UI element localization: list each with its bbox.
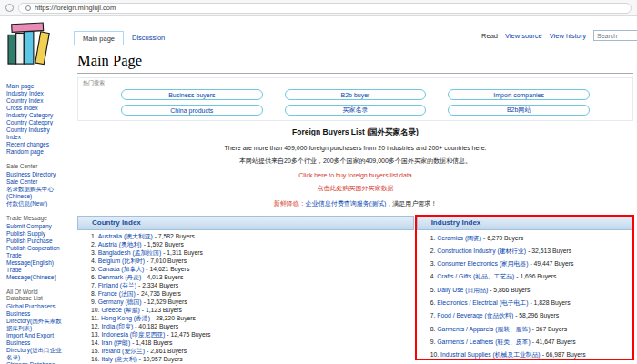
buy-data-link-en[interactable]: Click here to buy foreign buyers list da… (298, 172, 412, 178)
industry-link[interactable]: Garments / Leathers (鞋类、皮革) (437, 339, 530, 345)
tab-read[interactable]: Read (481, 32, 498, 40)
sidebar-section-title: Sale Center (6, 163, 63, 169)
quick-link-button[interactable]: B2b buyer (285, 89, 427, 100)
industry-row: 2.Construction Industry (建材行业)- 32,513 B… (430, 245, 633, 258)
sidebar-section-title: All Of World Database List (6, 288, 63, 301)
industry-link[interactable]: Electronics / Electrical (电子电工) (437, 299, 528, 306)
row-number: 12. (91, 323, 99, 329)
industry-link[interactable]: Garments / Apparels (服装、服饰) (437, 326, 530, 332)
intro-line-en: There are more than 409,000 foreign purc… (77, 145, 633, 151)
country-row: 11.Hong Kong (香港)- 28,320 Buyers (91, 314, 414, 322)
tab-main-page[interactable]: Main page (74, 31, 124, 46)
site-logo[interactable] (6, 21, 63, 66)
country-link[interactable]: Bangladesh (孟加拉国) (98, 249, 162, 256)
sidebar-section-trade-message: Trade Message Submit CompanyPublish Supp… (6, 215, 63, 281)
tab-view-history[interactable]: View history (550, 32, 586, 40)
buyer-count: - 1,696 Buyers (516, 273, 556, 279)
country-link[interactable]: Hong Kong (香港) (101, 315, 150, 321)
sidebar-nav-link[interactable]: Recent changes (6, 141, 63, 148)
country-link[interactable]: Canada (加拿大) (98, 266, 145, 272)
sidebar-nav-link[interactable]: Main page (6, 83, 63, 90)
sidebar-section-link[interactable]: Trade Message(Chinese) (6, 267, 63, 281)
buyer-count: - 367 Buyers (532, 326, 568, 332)
sidebar-section-link[interactable]: Publish Cooperation (6, 245, 63, 252)
quick-link-button[interactable]: China products (121, 105, 263, 116)
country-link[interactable]: Greece (希腊) (101, 307, 139, 313)
country-index-column: Country Index 1.Australia (澳大利亚)- 7,582 … (77, 216, 414, 364)
row-number: 5. (91, 266, 96, 272)
country-link[interactable]: Iran (伊朗) (101, 339, 130, 346)
sidebar-section-link[interactable]: 名录数据购买中心(Chinese) (6, 186, 63, 200)
country-link[interactable]: France (法国) (98, 290, 136, 297)
sidebar-nav-link[interactable]: Index (6, 134, 63, 141)
intro-line-zh: 本网站提供来自20多个行业，200多个国家的409,000多个国外买家的数据和信… (77, 157, 633, 166)
address-bar[interactable]: https://foreign.minglujl.com (18, 3, 632, 14)
country-link[interactable]: Australia (澳大利亚) (98, 233, 153, 239)
country-link[interactable]: Denmark (丹麦) (98, 274, 142, 280)
sidebar-nav-link[interactable]: Country Industry (6, 126, 63, 134)
country-link[interactable]: Ireland (爱尔兰) (101, 348, 145, 354)
industry-index-list: 1.Ceramics (陶瓷)- 6,270 Buyers 2.Construc… (417, 230, 633, 364)
sidebar-section-link[interactable]: Publish Supply (6, 230, 63, 238)
row-number: 8. (430, 326, 436, 332)
row-number: 6. (91, 274, 96, 280)
industry-link[interactable]: Construction Industry (建材行业) (437, 248, 526, 254)
country-link[interactable]: Finland (芬兰) (98, 282, 136, 288)
buyer-count: - 12,529 Buyers (144, 298, 187, 305)
search-input[interactable] (593, 30, 637, 41)
quick-link-button[interactable]: B2b网站 (448, 105, 590, 116)
row-number: 7. (430, 312, 436, 318)
country-link[interactable]: India (印度) (101, 323, 133, 329)
quick-link-button[interactable]: Business buyers (121, 89, 263, 100)
quick-link-button[interactable]: 买家名录 (285, 105, 427, 116)
sidebar-section-link[interactable]: Global Purchasers Business Directory(国外买… (6, 303, 63, 332)
sidebar-nav-link[interactable]: Country Index (6, 97, 63, 105)
sidebar-nav-link[interactable]: Industry Category (6, 112, 63, 119)
country-link[interactable]: Germany (德国) (98, 298, 142, 305)
sidebar-nav-link[interactable]: Country Category (6, 119, 63, 126)
sidebar-section-link[interactable]: Import And Export Business Directory(进出口… (6, 332, 63, 361)
sidebar-section-link[interactable]: Publish Purchase (6, 238, 63, 245)
sidebar-nav-link[interactable]: Industry Index (6, 90, 63, 97)
country-link[interactable]: Italy (意大利) (101, 356, 136, 362)
page-tabs-bar: Main page Discussion Read View source Vi… (66, 16, 637, 46)
country-link[interactable]: Indonesia (印度尼西亚) (101, 331, 165, 338)
notice-suffix: ，满足用户需求！ (386, 200, 437, 207)
country-index-header: Country Index (77, 216, 414, 230)
sidebar-section-link[interactable]: Trade Message(English) (6, 252, 63, 267)
buyer-count: - 66,987 Buyers (542, 351, 586, 358)
row-number: 5. (430, 287, 436, 293)
row-number: 16. (91, 356, 99, 362)
quick-link-button[interactable]: Import companies (448, 89, 590, 100)
country-index-list: 1.Australia (澳大利亚)- 7,582 Buyers 2.Austr… (77, 230, 414, 364)
browser-chrome: https://foreign.minglujl.com (0, 0, 637, 16)
row-number: 4. (430, 273, 436, 279)
industry-link[interactable]: Ceramics (陶瓷) (437, 235, 481, 241)
sidebar-nav-link[interactable]: Random page (6, 148, 63, 156)
site-info-icon[interactable] (25, 5, 31, 11)
sidebar-nav-link[interactable]: Cross Index (6, 105, 63, 112)
row-number: 6. (430, 299, 436, 306)
country-row: 14.Iran (伊朗)- 1,418 Buyers (91, 339, 414, 347)
row-number: 8. (91, 290, 96, 297)
sidebar-section-link[interactable]: Business Directory Sale Center (6, 171, 63, 186)
sidebar-section-link[interactable]: Submit Company (6, 223, 63, 230)
buyer-count: - 1,418 Buyers (132, 339, 172, 346)
sidebar-section-link[interactable]: 付款信息(New!) (6, 200, 63, 207)
industry-link[interactable]: Crafts / Gifts (礼品、工艺品) (437, 273, 514, 279)
page-title: Main Page (77, 52, 633, 74)
country-link[interactable]: Austria (奥地利) (98, 241, 142, 248)
browser-nav-icon[interactable] (5, 4, 14, 12)
tab-discussion[interactable]: Discussion (124, 31, 173, 45)
industry-link[interactable]: Daily Use (日用品) (437, 287, 488, 293)
buy-data-link-zh[interactable]: 点击此处购买国外买家数据 (318, 185, 394, 191)
industry-link[interactable]: Food / Beverage (食品饮料) (437, 312, 513, 318)
country-row: 8.France (法国)- 24,736 Buyers (91, 289, 414, 298)
country-row: 3.Bangladesh (孟加拉国)- 1,311 Buyers (91, 248, 414, 257)
country-link[interactable]: Belgium (比利时) (98, 258, 145, 264)
industry-link[interactable]: Industrial Supplies (机械及工业制品) (440, 351, 541, 358)
paid-query-service-link[interactable]: 企业信息付费查询服务(测试) (306, 200, 387, 207)
tab-view-source[interactable]: View source (505, 32, 542, 40)
row-number: 9. (91, 298, 96, 305)
industry-link[interactable]: Consumer Electronics (家用电器) (437, 260, 528, 267)
